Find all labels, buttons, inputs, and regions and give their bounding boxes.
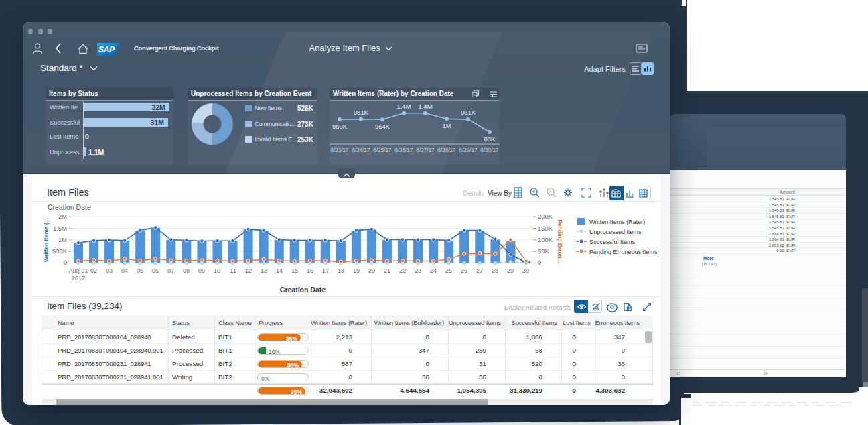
svg-text:981K: 981K xyxy=(354,109,369,116)
svg-text:17: 17 xyxy=(322,267,329,274)
svg-text:24: 24 xyxy=(430,267,437,274)
svg-text:18: 18 xyxy=(338,267,344,274)
svg-text:23: 23 xyxy=(415,267,421,274)
svg-text:0: 0 xyxy=(64,259,67,266)
svg-text:12: 12 xyxy=(245,267,252,274)
svg-text:1.5M: 1.5M xyxy=(53,225,67,232)
svg-text:13: 13 xyxy=(261,267,267,274)
svg-text:22: 22 xyxy=(399,267,406,274)
svg-text:Written Items (...: Written Items (... xyxy=(43,218,50,262)
svg-text:16: 16 xyxy=(307,267,313,274)
svg-text:03: 03 xyxy=(106,267,113,274)
svg-text:Unprocessed Items: Unprocessed Items xyxy=(589,229,642,235)
svg-text:04: 04 xyxy=(121,267,128,274)
svg-text:8/30/17: 8/30/17 xyxy=(480,147,499,154)
svg-text:8/25/17: 8/25/17 xyxy=(373,147,392,154)
svg-text:28: 28 xyxy=(492,267,498,274)
svg-text:09: 09 xyxy=(198,267,205,274)
svg-text:83K: 83K xyxy=(484,135,496,143)
svg-text:11: 11 xyxy=(230,267,236,274)
svg-text:1.4M: 1.4M xyxy=(418,103,432,110)
svg-text:500K: 500K xyxy=(52,247,68,255)
svg-text:10: 10 xyxy=(214,267,220,274)
svg-text:27: 27 xyxy=(476,267,483,274)
svg-text:100K: 100K xyxy=(538,236,553,243)
svg-text:200K: 200K xyxy=(538,213,553,220)
svg-text:8/24/17: 8/24/17 xyxy=(352,147,370,154)
svg-text:8/27/17: 8/27/17 xyxy=(416,147,435,154)
svg-text:Aug 01: Aug 01 xyxy=(69,267,88,274)
svg-text:8/28/17: 8/28/17 xyxy=(437,147,456,154)
svg-text:05: 05 xyxy=(137,267,143,274)
svg-text:19: 19 xyxy=(353,267,360,274)
svg-text:1M: 1M xyxy=(442,122,451,129)
svg-text:25: 25 xyxy=(445,267,452,274)
svg-text:50K: 50K xyxy=(538,247,550,255)
svg-text:08: 08 xyxy=(183,267,190,274)
svg-text:15: 15 xyxy=(291,267,298,274)
svg-text:14: 14 xyxy=(276,267,283,274)
svg-text:1.4M: 1.4M xyxy=(396,103,411,110)
svg-text:20: 20 xyxy=(368,267,375,274)
svg-text:960K: 960K xyxy=(332,123,348,130)
svg-text:1M: 1M xyxy=(58,236,67,243)
svg-text:Successful Items: Successful Items xyxy=(589,239,636,245)
svg-text:Pending Erron...: Pending Erron... xyxy=(557,219,563,263)
svg-text:150K: 150K xyxy=(538,225,553,232)
svg-text:2M: 2M xyxy=(58,213,67,220)
svg-text:Written Items (Rater): Written Items (Rater) xyxy=(589,219,645,225)
svg-text:8/29/17: 8/29/17 xyxy=(459,147,478,154)
svg-text:07: 07 xyxy=(167,267,174,274)
svg-text:8/26/17: 8/26/17 xyxy=(394,147,413,154)
svg-text:8/23/17: 8/23/17 xyxy=(330,147,349,154)
svg-text:06: 06 xyxy=(152,267,159,274)
svg-text:2017: 2017 xyxy=(72,275,85,282)
svg-text:954K: 954K xyxy=(375,123,390,130)
svg-text:29: 29 xyxy=(507,267,514,274)
svg-text:21: 21 xyxy=(384,267,390,274)
svg-text:26: 26 xyxy=(461,267,467,274)
svg-text:0: 0 xyxy=(538,259,541,266)
svg-text:Pending Erroneous Items: Pending Erroneous Items xyxy=(589,249,658,255)
svg-text:961K: 961K xyxy=(461,109,476,116)
svg-text:02: 02 xyxy=(90,267,97,274)
svg-text:30: 30 xyxy=(522,267,529,274)
